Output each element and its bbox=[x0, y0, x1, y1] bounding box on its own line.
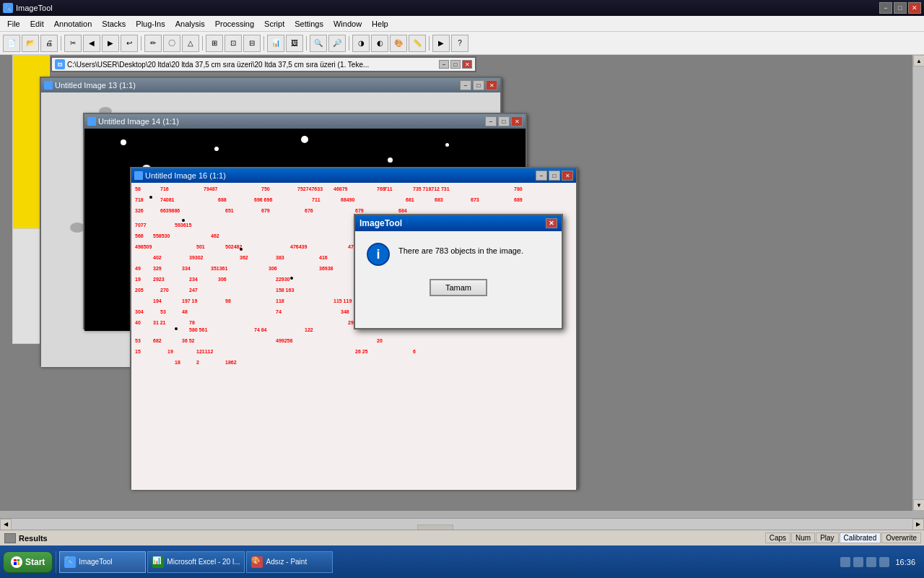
window-16-icon bbox=[134, 171, 143, 180]
object-label: 74081 bbox=[160, 197, 174, 202]
toolbar-img[interactable]: 🖼 bbox=[286, 35, 303, 52]
toolbar-sep-3 bbox=[202, 36, 203, 51]
filepath-minimize[interactable]: − bbox=[439, 60, 449, 69]
object-label: 74 84 bbox=[254, 327, 267, 332]
dialog-ok-button[interactable]: Tamam bbox=[430, 279, 487, 296]
toolbar-contrast2[interactable]: ◐ bbox=[371, 35, 388, 52]
taskbar-imagetool-icon: 🔧 bbox=[64, 556, 76, 568]
window-13-maximize[interactable]: □ bbox=[473, 80, 484, 90]
toolbar-zoom2[interactable]: 🔎 bbox=[328, 35, 346, 52]
object-label: 683 bbox=[435, 197, 443, 202]
object-label: 499258 bbox=[276, 338, 292, 343]
menu-analysis[interactable]: Analysis bbox=[171, 18, 209, 30]
dialog-message: There are 783 objects in the image. bbox=[398, 243, 523, 256]
app-title: ImageTool bbox=[16, 4, 53, 12]
toolbar-sep-2 bbox=[141, 36, 141, 51]
window-13-close[interactable]: ✕ bbox=[486, 80, 497, 90]
object-center bbox=[240, 248, 243, 251]
object-label: 79487 bbox=[204, 186, 217, 191]
menu-stacks[interactable]: Stacks bbox=[97, 18, 130, 30]
minimize-button[interactable]: − bbox=[879, 2, 892, 14]
toolbar-draw1[interactable]: ✏ bbox=[144, 35, 162, 52]
toolbar-filter3[interactable]: ⊟ bbox=[243, 35, 261, 52]
window-16-close[interactable]: ✕ bbox=[562, 171, 573, 181]
toolbar-play[interactable]: ▶ bbox=[432, 35, 450, 52]
object-label: 750 bbox=[261, 186, 270, 191]
window-13-minimize[interactable]: − bbox=[460, 80, 471, 90]
object-label: 197 19 bbox=[182, 298, 197, 303]
toolbar-print[interactable]: 🖨 bbox=[40, 35, 58, 52]
toolbar-color[interactable]: 🎨 bbox=[390, 35, 407, 52]
toolbar-new[interactable]: 📄 bbox=[3, 35, 20, 52]
toolbar-contrast1[interactable]: ◑ bbox=[352, 35, 370, 52]
title-bar-controls: − □ ✕ bbox=[879, 2, 921, 14]
menu-script[interactable]: Script bbox=[260, 18, 289, 30]
bottom-status-bar: Results Caps Num Play Calibrated Overwri… bbox=[0, 530, 924, 545]
menu-window[interactable]: Window bbox=[329, 18, 366, 30]
object-label: 36 52 bbox=[182, 338, 195, 343]
window-14-maximize[interactable]: □ bbox=[498, 116, 510, 126]
scroll-left-button[interactable]: ◀ bbox=[0, 519, 12, 530]
taskbar-paint[interactable]: 🎨 Adsız - Paint bbox=[246, 551, 333, 573]
toolbar-draw3[interactable]: △ bbox=[182, 35, 199, 52]
toolbar-tool1[interactable]: ◀ bbox=[83, 35, 100, 52]
toolbar-help[interactable]: ? bbox=[451, 35, 468, 52]
toolbar-zoom1[interactable]: 🔍 bbox=[310, 35, 327, 52]
start-button[interactable]: Start bbox=[3, 551, 53, 573]
menu-settings[interactable]: Settings bbox=[290, 18, 328, 30]
toolbar-draw2[interactable]: 〇 bbox=[163, 35, 180, 52]
object-label: 48 bbox=[182, 309, 188, 314]
object-label: 306 bbox=[269, 266, 277, 271]
menu-annotation[interactable]: Annotation bbox=[50, 18, 97, 30]
object-label: 118 bbox=[276, 298, 284, 303]
object-label: 329 bbox=[153, 266, 162, 271]
toolbar-filter1[interactable]: ⊞ bbox=[206, 35, 223, 52]
object-label: 476439 bbox=[290, 244, 307, 249]
taskbar-paint-label: Adsız - Paint bbox=[266, 558, 307, 566]
scroll-up-button[interactable]: ▲ bbox=[913, 55, 924, 66]
toolbar-cut[interactable]: ✂ bbox=[64, 35, 82, 52]
taskbar-imagetool[interactable]: 🔧 ImageTool bbox=[59, 551, 146, 573]
object-label: 402 bbox=[153, 255, 162, 260]
menu-edit[interactable]: Edit bbox=[26, 18, 48, 30]
close-button[interactable]: ✕ bbox=[908, 2, 921, 14]
scroll-right-button[interactable]: ▶ bbox=[912, 519, 924, 530]
toolbar-tool2[interactable]: ▶ bbox=[102, 35, 119, 52]
window-14-close[interactable]: ✕ bbox=[511, 116, 523, 126]
window-13-controls: − □ ✕ bbox=[460, 80, 497, 90]
menu-plugins[interactable]: Plug-Ins bbox=[131, 18, 169, 30]
app-icon: 🔧 bbox=[3, 3, 13, 13]
object-label: 234 bbox=[189, 277, 198, 282]
object-label: 22930 bbox=[276, 277, 289, 282]
menu-processing[interactable]: Processing bbox=[211, 18, 258, 30]
filepath-maximize[interactable]: □ bbox=[450, 60, 461, 69]
window-14-controls: − □ ✕ bbox=[485, 116, 523, 126]
toolbar-open[interactable]: 📂 bbox=[22, 35, 39, 52]
toolbar-chart[interactable]: 📊 bbox=[267, 35, 284, 52]
toolbar-filter2[interactable]: ⊡ bbox=[225, 35, 242, 52]
window-14-minimize[interactable]: − bbox=[485, 116, 497, 126]
toolbar-measure[interactable]: 📏 bbox=[409, 35, 426, 52]
maximize-button[interactable]: □ bbox=[894, 2, 907, 14]
taskbar-excel[interactable]: 📊 Microsoft Excel - 20 l... bbox=[147, 551, 245, 573]
status-bar-right: Caps Num Play Calibrated Overwrite bbox=[765, 532, 924, 543]
object-label: 501 bbox=[196, 244, 205, 249]
toolbar-undo[interactable]: ↩ bbox=[121, 35, 138, 52]
object-label: 689 bbox=[514, 197, 523, 202]
filepath-close[interactable]: ✕ bbox=[462, 60, 472, 69]
white-dot bbox=[445, 143, 449, 147]
object-label: 158 163 bbox=[276, 288, 294, 293]
object-label: 326 bbox=[135, 208, 144, 213]
object-label: 679 bbox=[261, 208, 270, 213]
toolbar-sep-5 bbox=[306, 36, 307, 51]
object-label: 121112 bbox=[196, 349, 213, 354]
object-label: 684 bbox=[398, 208, 407, 213]
window-16-minimize[interactable]: − bbox=[536, 171, 547, 181]
menu-file[interactable]: File bbox=[3, 18, 25, 30]
window-16-maximize[interactable]: □ bbox=[549, 171, 560, 181]
object-label: 711 bbox=[384, 186, 393, 191]
object-label: 673 bbox=[471, 197, 479, 202]
dialog-close-button[interactable]: ✕ bbox=[546, 218, 557, 228]
menu-help[interactable]: Help bbox=[367, 18, 393, 30]
scroll-down-button[interactable]: ▼ bbox=[913, 499, 924, 511]
